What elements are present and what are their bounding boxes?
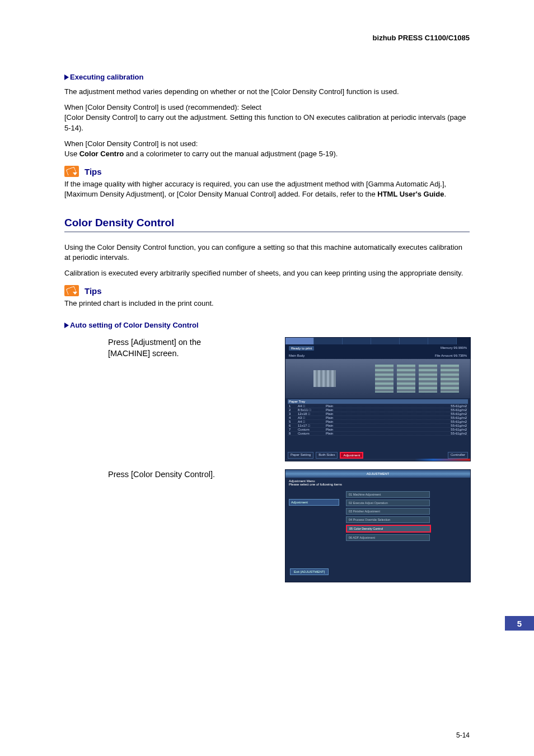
top-tabs (285, 338, 470, 344)
file-status: File Amount 99.738% (435, 354, 467, 357)
paper-setting-button[interactable]: Paper Setting (288, 452, 313, 459)
paper-row: 7CustomPlain55-61g/m2 (288, 428, 468, 432)
tips-2-row: Tips (64, 285, 470, 296)
sec1-p3b-bold: Color Centro (79, 150, 124, 158)
adjustment-menu-item[interactable]: 01 Machine Adjustment (346, 491, 430, 498)
step-2-screenshot: ADJUSTMENT Adjustment Menu Please select… (285, 469, 470, 582)
adjustment-screen: ADJUSTMENT Adjustment Menu Please select… (285, 469, 471, 582)
tab-3[interactable] (343, 338, 371, 344)
tips-icon (64, 285, 79, 296)
adjustment-menu-item[interactable]: 06 ADF Adjustment (346, 534, 430, 541)
step-1-text: Press [Adjustment] on the [MACHINE] scre… (64, 337, 238, 359)
paper-row: 8CustomPlain55-61g/m2 (288, 432, 468, 436)
step-2-text: Press [Color Density Control]. (64, 469, 238, 480)
sec1-p1: The adjustment method varies depending o… (64, 87, 470, 97)
adjustment-title: ADJUSTMENT (285, 470, 470, 478)
heading-text: Auto setting of Color Density Control (70, 321, 199, 329)
section-rule (64, 231, 470, 232)
menu-hdr2: Please select one of following items (289, 483, 467, 486)
step-1: Press [Adjustment] on the [MACHINE] scre… (64, 337, 470, 461)
sec2-p2: Calibration is executed every arbitraril… (64, 268, 470, 278)
header-product: bizhub PRESS C1100/C1085 (373, 34, 470, 42)
tips-1-row: Tips (64, 166, 470, 177)
sec1-p3b-post: and a colorimeter to carry out the manua… (124, 150, 338, 158)
tips-2-text: The printed chart is included in the pri… (64, 298, 470, 309)
heading-text: Executing calibration (70, 73, 143, 81)
machine-screen: Ready to print Memory 99.999% Main Body … (285, 337, 471, 461)
sec1-p3b-pre: Use (64, 150, 79, 158)
adjustment-menu-item[interactable]: 04 Process Override Selection (346, 516, 430, 523)
sec1-p2: When [Color Density Control] is used (re… (64, 102, 470, 133)
step-1-screenshot: Ready to print Memory 99.999% Main Body … (285, 337, 470, 461)
paper-tray-table: Paper Tray 1A4 □Plain55-61g/m228.5x11 □P… (285, 398, 470, 437)
adjustment-button[interactable]: Adjustment (340, 452, 363, 459)
step-2: Press [Color Density Control]. ADJUSTMEN… (64, 469, 470, 582)
both-sides-button[interactable]: Both Sides (316, 452, 338, 459)
triangle-icon (64, 323, 69, 328)
mainbody-label: Main Body (289, 354, 305, 357)
memory-status: Memory 99.999% (441, 346, 467, 351)
paper-header-label: Paper Tray (289, 400, 467, 403)
tips-1-text: If the image quality with higher accurac… (64, 179, 470, 199)
triangle-icon (64, 74, 69, 80)
adjustment-menu-header: Adjustment Menu Please select one of fol… (285, 478, 470, 488)
heading-auto-setting: Auto setting of Color Density Control (64, 321, 470, 329)
ready-status: Ready to print (289, 346, 314, 351)
tab-recall[interactable] (371, 338, 400, 344)
sec1-p2a: When [Color Density Control] is used (re… (64, 103, 261, 111)
paper-row: 28.5x11 □Plain55-61g/m2 (288, 408, 468, 412)
heading-executing-calibration: Executing calibration (64, 73, 470, 81)
paper-row: 4A3 □Plain55-61g/m2 (288, 416, 468, 420)
page-number: 5-14 (456, 731, 470, 739)
exit-adjustment-button[interactable]: Exit [ADJUSTMENT] (290, 568, 329, 575)
sec1-p3a: When [Color Density Control] is not used… (64, 139, 198, 148)
adjustment-menu-item[interactable]: 02 Execute Adjust Operation (346, 500, 430, 506)
heading-color-density-control: Color Density Control (64, 217, 470, 229)
sec1-p3: When [Color Density Control] is not used… (64, 139, 470, 159)
paper-row: 611x17 □Plain55-61g/m2 (288, 424, 468, 428)
tips1-post: . (444, 190, 446, 198)
adjustment-menu-item[interactable]: 03 Finisher Adjustment (346, 508, 430, 515)
tips-2-label: Tips (85, 286, 102, 296)
controller-button[interactable]: Controller (448, 452, 468, 459)
bottom-buttons: Paper Setting Both Sides Adjustment Cont… (285, 452, 470, 459)
paper-row: 312x18 □Plain55-61g/m2 (288, 412, 468, 416)
tab-copy[interactable] (428, 338, 457, 344)
adjustment-left-button[interactable]: Adjustment (289, 499, 339, 506)
tab-machine[interactable] (285, 338, 314, 344)
color-density-control-button[interactable]: 05 Color Density Control (346, 525, 431, 533)
status-footer (285, 459, 470, 461)
status-row-2: Main Body File Amount 99.738% (285, 352, 470, 359)
chapter-tab: 5 (505, 616, 534, 631)
tips-1-label: Tips (85, 167, 102, 176)
status-row: Ready to print Memory 99.999% (285, 344, 470, 352)
tab-joblist[interactable] (314, 338, 343, 344)
machine-diagram (285, 359, 470, 398)
tips-icon (64, 166, 79, 177)
tips1-bold: HTML User's Guide (377, 190, 444, 198)
tab-5[interactable] (400, 338, 428, 344)
sec1-p2b: [Color Density Control] to carry out the… (64, 113, 466, 132)
sec2-p1: Using the Color Density Control function… (64, 242, 470, 263)
paper-row: 1A4 □Plain55-61g/m2 (288, 404, 468, 408)
paper-row: 5A4 □Plain55-61g/m2 (288, 420, 468, 424)
paper-tray-header: Paper Tray (288, 399, 468, 404)
